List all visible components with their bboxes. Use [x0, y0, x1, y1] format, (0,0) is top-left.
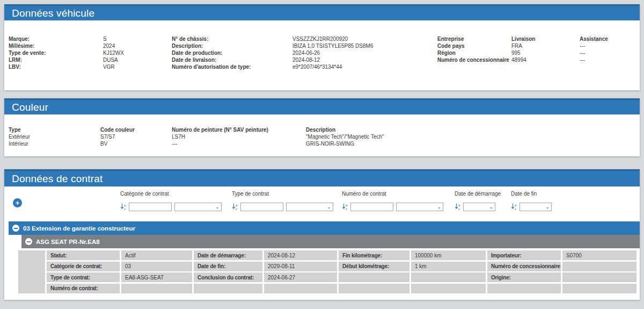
detail-value-cell: Actif	[121, 250, 192, 260]
vehicle-field-row: Millésime:2024	[9, 42, 172, 49]
filter-group: Type de contrataz⌄	[232, 191, 333, 211]
detail-label-cell: Début kilométrage:	[339, 262, 409, 271]
filter-input[interactable]	[350, 203, 393, 211]
vehicle-field-value: VSSZZZKJ1RR200920	[292, 35, 348, 42]
filter-label: Numéro de contrat	[342, 191, 443, 197]
filter-group: Numéro de contrataz⌄	[342, 191, 443, 211]
org-row-label: Numéro de concessionnaire	[437, 56, 511, 63]
detail-label-cell: Fin kilométrage:	[339, 250, 409, 260]
org-value: ---	[580, 42, 636, 49]
chevron-down-icon: ⌄	[437, 204, 441, 210]
chevron-down-icon: ⌄	[215, 204, 219, 210]
detail-value-cell: 03	[121, 262, 192, 271]
filter-select[interactable]: ⌄	[396, 203, 443, 211]
couleur-cell: GRIS-NOIR-SWING	[306, 140, 636, 147]
svg-text:a: a	[458, 204, 460, 207]
vehicle-field-label: Numéro d'autorisation de type:	[172, 63, 292, 70]
sort-icon[interactable]: az	[511, 203, 518, 210]
couleur-column-header: Type	[9, 126, 100, 133]
sort-icon[interactable]: az	[342, 203, 349, 210]
vehicle-section-title: Données véhicule	[12, 8, 94, 19]
filter-group: Date de démarrageaz⌄	[455, 191, 501, 211]
detail-value-cell	[264, 284, 337, 293]
couleur-cell: BV	[100, 140, 172, 147]
vehicle-field-value: KJ12WX	[103, 49, 124, 56]
vehicle-field-label: Marque:	[9, 35, 103, 42]
org-row-label: Code pays	[437, 42, 511, 49]
filter-select[interactable]: ⌄	[286, 203, 333, 211]
page: Données véhicule Marque:SMillésime:2024T…	[0, 0, 644, 309]
detail-label-cell: Date de démarrage:	[194, 250, 262, 260]
vehicle-field-row: LRM:DUSA	[9, 56, 172, 63]
svg-text:z: z	[346, 207, 347, 211]
vehicle-field-value: IBIZA 1,0 TSISTYLE5P85 DS8M6	[292, 42, 373, 49]
vehicle-fields-left: Marque:SMillésime:2024Type de vente:KJ12…	[9, 35, 172, 70]
filter-input[interactable]	[129, 203, 172, 211]
couleur-column-header: Description	[306, 126, 636, 133]
vehicle-field-value: S	[103, 35, 107, 42]
sort-icon[interactable]: az	[455, 203, 462, 210]
vehicle-field-label: N° de châssis:	[172, 35, 292, 42]
vehicle-field-row: Date de livraison:2024-08-12	[172, 56, 437, 63]
vehicle-field-value: 2024-06-26	[292, 49, 320, 56]
vehicle-panel: Données véhicule Marque:SMillésime:2024T…	[4, 4, 640, 90]
detail-label-cell: Statut:	[47, 250, 120, 260]
detail-label-cell: Catégorie de contrat:	[47, 262, 120, 271]
vehicle-field-label: LRM:	[9, 56, 103, 63]
filter-label: Date de démarrage	[455, 191, 501, 197]
vehicle-field-value: VGR	[103, 63, 115, 70]
filter-select[interactable]: ⌄	[519, 203, 552, 211]
org-value: ---	[580, 49, 636, 56]
vehicle-field-row: LBV:VGR	[9, 63, 172, 70]
vehicle-org-table: EntrepriseLivraisonAssistanceCode paysFR…	[437, 35, 636, 70]
collapse-minus-icon[interactable]	[12, 225, 19, 232]
contracts-panel: Données de contrat + Catégorie de contra…	[4, 169, 640, 300]
vehicle-field-value: e9*2007/46*3134*44	[292, 63, 342, 70]
vehicle-field-value: DUSA	[103, 56, 118, 63]
couleur-cell: Intérieur	[9, 140, 100, 147]
svg-text:a: a	[346, 204, 348, 207]
detail-value-cell: EA8-ASG-SEAT	[121, 272, 192, 282]
detail-value-cell	[562, 272, 636, 282]
add-contract-button[interactable]: +	[13, 198, 22, 207]
couleur-cell: ---	[172, 140, 306, 147]
couleur-column-header: Code couleur	[100, 126, 172, 133]
sort-icon[interactable]: az	[120, 203, 127, 210]
detail-value-cell: 1 km	[411, 262, 486, 271]
vehicle-field-row: Description:IBIZA 1,0 TSISTYLE5P85 DS8M6	[172, 42, 437, 49]
vehicle-field-label: Date de production:	[172, 49, 292, 56]
detail-value-cell	[562, 262, 636, 271]
collapse-minus-icon[interactable]	[25, 238, 32, 245]
vehicle-section-header: Données véhicule	[4, 4, 640, 20]
svg-text:z: z	[124, 207, 126, 211]
contract-details-table: Statut:ActifDate de démarrage:2024-08-12…	[18, 250, 636, 293]
detail-spacer-cell	[18, 250, 45, 293]
contract-subgroup-bar[interactable]: ASG SEAT PR-Nr.EA8	[21, 235, 640, 248]
contract-group-title: 03 Extension de garantie constructeur	[23, 225, 135, 232]
plus-icon: +	[16, 199, 20, 207]
chevron-down-icon: ⌄	[327, 204, 331, 210]
filter-group: Catégorie de contrataz⌄	[120, 191, 222, 211]
detail-value-cell: 2024-06-27	[264, 272, 337, 282]
couleur-section-title: Couleur	[12, 102, 48, 113]
vehicle-field-value: 2024	[103, 42, 115, 49]
filter-select[interactable]: ⌄	[174, 203, 222, 211]
vehicle-field-label: Date de livraison:	[172, 56, 292, 63]
contract-group-bar[interactable]: 03 Extension de garantie constructeur	[9, 221, 640, 235]
couleur-table: TypeCode couleurNuméro de peinture (N° S…	[4, 114, 640, 147]
svg-text:a: a	[515, 204, 517, 207]
filter-label: Date de fin	[511, 191, 552, 197]
detail-label-cell: Numéro de concessionnaire:	[487, 262, 561, 271]
detail-value-cell	[562, 284, 636, 293]
contract-subgroup-title: ASG SEAT PR-Nr.EA8	[36, 239, 100, 245]
detail-label-cell	[487, 284, 561, 293]
detail-label-cell: Date de fin:	[194, 262, 262, 271]
filter-label: Type de contrat	[232, 191, 333, 197]
sort-icon[interactable]: az	[232, 203, 239, 210]
filter-input[interactable]	[240, 203, 283, 211]
svg-text:a: a	[236, 204, 238, 207]
detail-value-cell: 2024-08-12	[264, 250, 337, 260]
filter-select[interactable]: ⌄	[463, 203, 495, 211]
detail-value-cell: S0700	[562, 250, 636, 260]
svg-text:z: z	[515, 207, 516, 211]
